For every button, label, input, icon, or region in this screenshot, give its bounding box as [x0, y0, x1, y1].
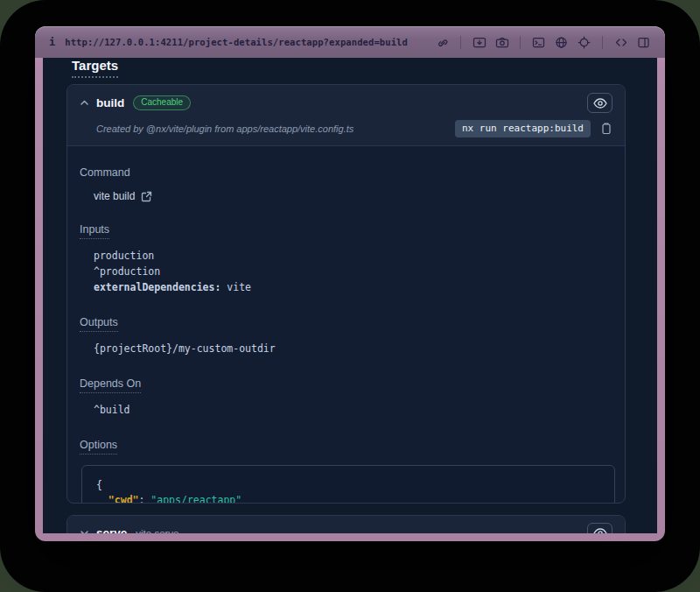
command-value: vite build — [94, 190, 135, 202]
cacheable-badge: Cacheable — [133, 95, 191, 110]
project-details-page: Targets build Cacheable — [43, 58, 657, 533]
info-icon: i — [49, 36, 55, 48]
options-json-code: { "cwd": "apps/reactapp" } — [81, 465, 615, 504]
target-name-build: build — [96, 96, 124, 109]
inputs-label: Inputs — [80, 223, 109, 239]
inputs-section: Inputs production ^production externalDe… — [80, 221, 611, 295]
globe-icon[interactable] — [554, 35, 569, 50]
outputs-label: Outputs — [80, 316, 118, 332]
link-icon[interactable] — [435, 35, 450, 50]
options-section: Options { "cwd": "apps/reactapp" } — [80, 436, 611, 504]
page-title: Targets — [72, 58, 118, 78]
toolbar-separator — [460, 36, 461, 49]
depends-on-section: Depends On ^build — [80, 375, 611, 418]
toolbar-separator — [520, 36, 521, 49]
toolbar-actions — [435, 35, 651, 50]
eye-view-button[interactable] — [587, 523, 612, 533]
chevron-down-icon[interactable] — [78, 527, 90, 534]
command-section: Command vite build — [80, 164, 611, 202]
depends-on-item: ^build — [94, 402, 611, 418]
target-name-serve: serve — [96, 526, 127, 533]
command-label: Command — [80, 166, 130, 179]
url-field[interactable]: http://127.0.0.1:4211/project-details/re… — [65, 37, 408, 47]
crosshair-icon[interactable] — [577, 35, 592, 50]
created-by-text: Created by @nx/vite/plugin from apps/rea… — [96, 123, 354, 134]
split-editor-icon[interactable] — [636, 35, 651, 50]
eye-view-button[interactable] — [587, 93, 612, 113]
build-card-header[interactable]: build Cacheable Created by @nx/vite/plug… — [67, 85, 625, 146]
code-icon[interactable] — [613, 35, 628, 50]
json-value-cwd: "apps/reactapp" — [150, 494, 242, 504]
outputs-section: Outputs {projectRoot}/my-custom-outdir — [80, 314, 611, 356]
output-item: {projectRoot}/my-custom-outdir — [94, 341, 611, 356]
save-capture-icon[interactable] — [472, 35, 486, 50]
input-item: ^production — [94, 264, 611, 279]
browser-toolbar: i http://127.0.0.1:4211/project-details/… — [35, 26, 665, 58]
copy-icon[interactable] — [598, 122, 612, 136]
target-card-serve: serve vite serve — [66, 515, 626, 533]
camera-icon[interactable] — [494, 35, 509, 50]
json-key-cwd: "cwd" — [108, 494, 139, 504]
target-card-build: build Cacheable Created by @nx/vite/plug… — [66, 84, 626, 504]
browser-window: i http://127.0.0.1:4211/project-details/… — [35, 26, 665, 541]
options-label: Options — [80, 439, 117, 455]
build-card-body: Command vite build Inpu — [67, 146, 625, 504]
external-link-icon[interactable] — [141, 191, 152, 202]
toolbar-separator — [602, 36, 603, 49]
chevron-up-icon[interactable] — [78, 97, 90, 109]
input-item: production — [94, 248, 611, 264]
serve-subtitle: vite serve — [136, 528, 178, 534]
terminal-icon[interactable] — [531, 35, 546, 50]
input-item: externalDependencies: vite — [94, 279, 611, 295]
depends-on-label: Depends On — [80, 377, 141, 393]
screenshot-stage: i http://127.0.0.1:4211/project-details/… — [0, 0, 700, 592]
run-command-chip: nx run reactapp:build — [455, 120, 591, 137]
serve-card-header[interactable]: serve vite serve — [67, 516, 625, 533]
